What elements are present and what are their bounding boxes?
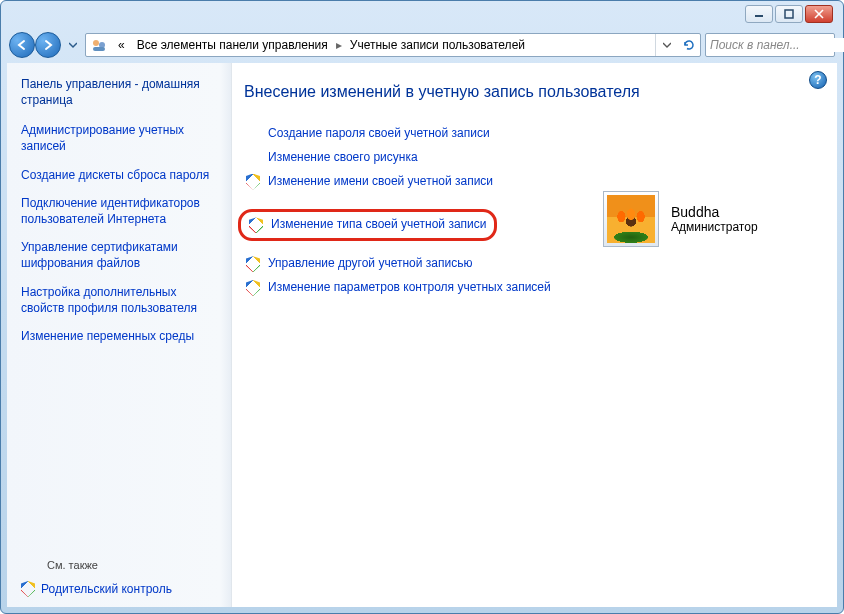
address-bar[interactable]: « Все элементы панели управления ▸ Учетн… — [85, 33, 701, 57]
titlebar-controls — [745, 5, 833, 23]
action-change-picture[interactable]: Изменение своего рисунка — [244, 149, 573, 166]
sidebar-link-profile-props[interactable]: Настройка дополнительных свойств профиля… — [21, 284, 219, 316]
user-card: Buddha Администратор — [603, 125, 813, 314]
back-button[interactable] — [9, 32, 35, 58]
action-change-name[interactable]: Изменение имени своей учетной записи — [244, 173, 573, 190]
breadcrumb-seg-2[interactable]: Учетные записи пользователей — [344, 34, 531, 56]
nav-bar: « Все элементы панели управления ▸ Учетн… — [7, 29, 837, 61]
user-picture-frame — [603, 191, 659, 247]
nav-arrows — [9, 32, 61, 58]
action-list: Создание пароля своей учетной записи Изм… — [244, 125, 573, 314]
see-also-parental-control[interactable]: Родительский контроль — [21, 581, 219, 597]
page-title: Внесение изменений в учетную запись поль… — [244, 83, 813, 101]
breadcrumb-seg-1[interactable]: Все элементы панели управления — [131, 34, 334, 56]
shield-icon — [21, 581, 35, 597]
sidebar-link-online-ids[interactable]: Подключение идентификаторов пользователе… — [21, 195, 219, 227]
sidebar-link-admin-accounts[interactable]: Администрирование учетных записей — [21, 122, 219, 154]
close-button[interactable] — [805, 5, 833, 23]
search-input[interactable] — [710, 38, 844, 52]
user-role: Администратор — [671, 220, 758, 234]
sidebar-home-link[interactable]: Панель управления - домашняя страница — [21, 77, 219, 108]
highlight-annotation: Изменение типа своей учетной записи — [238, 209, 497, 241]
action-manage-other-account[interactable]: Управление другой учетной записью — [244, 255, 573, 272]
breadcrumb-overflow[interactable]: « — [112, 34, 131, 56]
svg-point-4 — [93, 40, 99, 46]
svg-rect-6 — [93, 47, 105, 51]
action-create-password[interactable]: Создание пароля своей учетной записи — [244, 125, 573, 142]
user-picture — [607, 195, 655, 243]
action-uac-settings[interactable]: Изменение параметров контроля учетных за… — [244, 279, 573, 296]
sidebar-link-password-reset-disk[interactable]: Создание дискеты сброса пароля — [21, 167, 219, 183]
sidebar: Панель управления - домашняя страница Ад… — [7, 63, 232, 607]
breadcrumb-chevron-icon[interactable]: ▸ — [334, 34, 344, 56]
action-change-account-type[interactable]: Изменение типа своей учетной записи — [247, 216, 486, 233]
minimize-button[interactable] — [745, 5, 773, 23]
search-box[interactable] — [705, 33, 835, 57]
window-frame: « Все элементы панели управления ▸ Учетн… — [0, 0, 844, 614]
client-area: Панель управления - домашняя страница Ад… — [7, 63, 837, 607]
svg-rect-1 — [785, 10, 793, 18]
location-icon — [89, 35, 109, 55]
address-dropdown[interactable] — [656, 34, 678, 56]
refresh-button[interactable] — [678, 34, 700, 56]
content-area: ? Внесение изменений в учетную запись по… — [232, 63, 837, 607]
user-name: Buddha — [671, 204, 758, 220]
forward-button[interactable] — [35, 32, 61, 58]
help-button[interactable]: ? — [809, 71, 827, 89]
sidebar-link-env-vars[interactable]: Изменение переменных среды — [21, 328, 219, 344]
see-also-label: Родительский контроль — [41, 582, 172, 596]
history-dropdown[interactable] — [65, 33, 81, 57]
maximize-button[interactable] — [775, 5, 803, 23]
see-also-header: См. также — [47, 559, 219, 571]
sidebar-link-encryption-certs[interactable]: Управление сертификатами шифрования файл… — [21, 239, 219, 271]
